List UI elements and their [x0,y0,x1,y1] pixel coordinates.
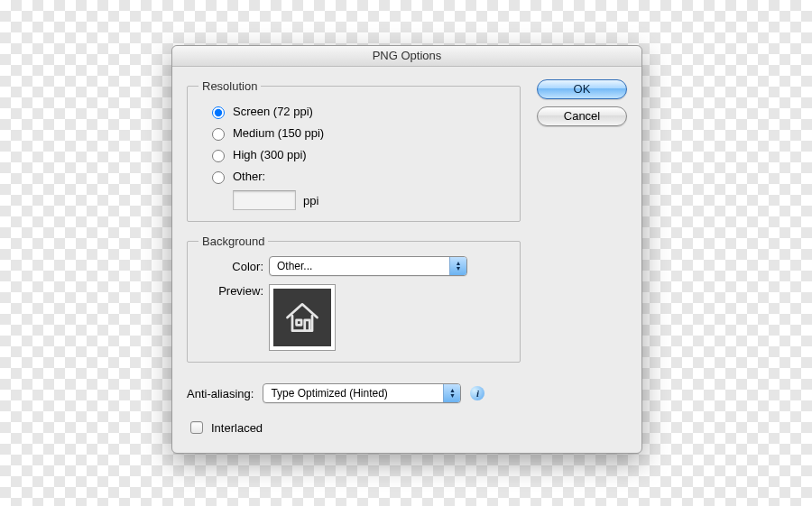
cancel-button[interactable]: Cancel [537,106,627,126]
svg-rect-0 [297,320,302,326]
resolution-ppi-unit: ppi [303,194,318,207]
resolution-radio-high[interactable]: High (300 ppi) [208,143,509,165]
background-color-select[interactable]: Other... ▲▼ [269,256,467,276]
window-title: PNG Options [172,46,641,67]
interlaced-checkbox-row[interactable]: Interlaced [187,419,627,437]
resolution-radio-high-input[interactable] [212,150,225,162]
background-legend: Background [198,235,268,248]
svg-rect-1 [305,320,310,331]
resolution-group: Resolution Screen (72 ppi) Medium (150 p… [187,79,521,222]
png-options-dialog: PNG Options Resolution Screen (72 ppi) M… [171,45,642,454]
background-preview-label: Preview: [198,284,263,298]
background-group: Background Color: Other... ▲▼ Preview: [187,235,521,363]
resolution-radio-screen-input[interactable] [212,106,225,119]
anti-aliasing-value: Type Optimized (Hinted) [263,387,443,400]
resolution-radio-other-input[interactable] [212,171,225,184]
resolution-radio-high-label: High (300 ppi) [233,148,307,161]
resolution-radio-medium-input[interactable] [212,128,225,141]
resolution-legend: Resolution [198,79,261,93]
select-arrows-icon: ▲▼ [449,257,466,275]
info-icon[interactable]: i [470,386,484,400]
anti-aliasing-select[interactable]: Type Optimized (Hinted) ▲▼ [263,383,461,403]
background-color-value: Other... [270,260,449,272]
resolution-radio-medium-label: Medium (150 ppi) [233,126,324,140]
background-color-label: Color: [198,260,263,273]
resolution-radio-other-label: Other: [233,170,265,183]
background-preview [269,284,336,351]
interlaced-label: Interlaced [211,421,263,435]
select-arrows-icon: ▲▼ [443,384,460,402]
resolution-radio-other[interactable]: Other: [208,165,509,187]
resolution-radio-screen-label: Screen (72 ppi) [233,105,313,118]
resolution-radio-screen[interactable]: Screen (72 ppi) [208,100,509,122]
resolution-radio-medium[interactable]: Medium (150 ppi) [208,122,509,143]
resolution-ppi-input[interactable] [233,190,296,210]
ok-button[interactable]: OK [537,79,627,99]
interlaced-checkbox[interactable] [190,421,203,434]
home-icon [273,289,331,346]
anti-aliasing-label: Anti-aliasing: [187,387,254,400]
